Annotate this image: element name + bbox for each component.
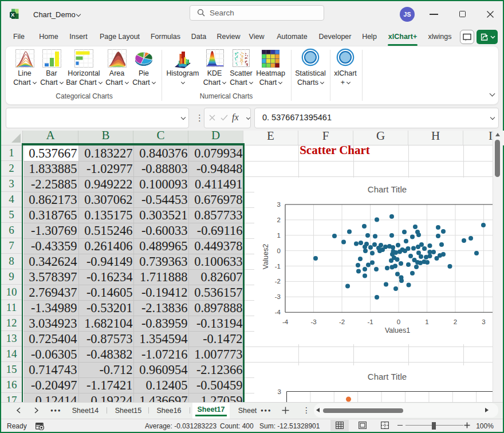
svg-text:-1: -1: [275, 263, 281, 270]
svg-text:1: 1: [277, 232, 281, 239]
svg-text:2: 2: [277, 216, 281, 223]
svg-text:Values2: Values2: [262, 244, 270, 269]
svg-text:-4: -4: [275, 309, 281, 316]
svg-text:-4: -4: [282, 318, 289, 325]
svg-text:-3: -3: [310, 318, 316, 325]
svg-text:3: 3: [277, 201, 281, 208]
svg-text:-3: -3: [275, 293, 281, 300]
svg-text:1: 1: [425, 318, 428, 325]
svg-text:Values1: Values1: [385, 326, 410, 334]
svg-text:2: 2: [454, 318, 457, 325]
svg-text:-2: -2: [275, 278, 281, 285]
svg-text:3: 3: [482, 318, 485, 325]
svg-text:0: 0: [277, 247, 281, 254]
svg-text:-2: -2: [339, 318, 345, 325]
svg-text:-1: -1: [367, 318, 373, 325]
svg-text:X: X: [11, 11, 15, 18]
svg-text:Chart Title: Chart Title: [368, 372, 407, 381]
svg-text:Chart Title: Chart Title: [368, 184, 407, 194]
svg-text:3: 3: [278, 388, 281, 395]
svg-text:0: 0: [397, 318, 400, 325]
